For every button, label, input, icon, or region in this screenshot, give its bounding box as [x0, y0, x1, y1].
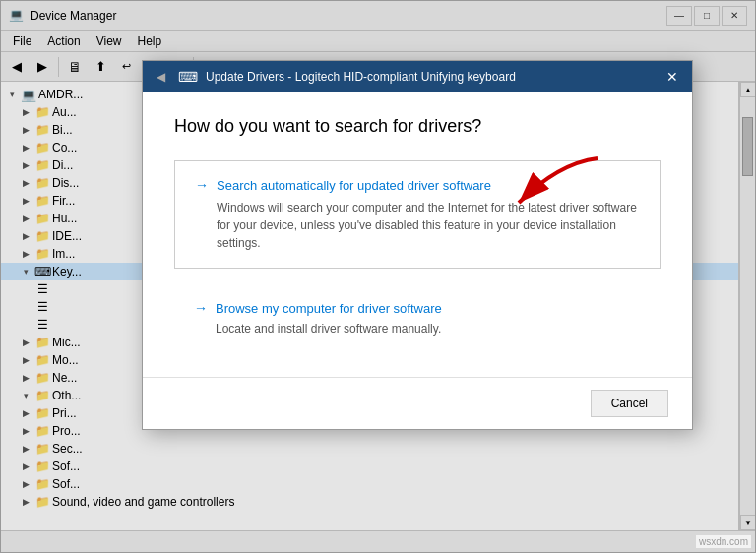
dialog-footer: Cancel [143, 377, 692, 429]
cancel-button[interactable]: Cancel [591, 390, 668, 417]
dialog-question: How do you want to search for drivers? [174, 116, 661, 137]
dialog-title-bar: ◀ ⌨ Update Drivers - Logitech HID-compli… [143, 61, 692, 92]
dialog-body: How do you want to search for drivers? →… [143, 92, 692, 377]
search-auto-label: Search automatically for updated driver … [217, 178, 491, 193]
search-auto-desc: Windows will search your computer and th… [195, 199, 640, 252]
device-manager-window: 💻 Device Manager — □ ✕ File Action View … [0, 0, 756, 553]
dialog-title-left: ◀ ⌨ Update Drivers - Logitech HID-compli… [151, 67, 516, 87]
dialog-close-button[interactable]: ✕ [661, 65, 684, 89]
dialog-back-button[interactable]: ◀ [151, 67, 170, 87]
watermark: wsxdn.com [696, 535, 751, 548]
browse-manual-option[interactable]: → Browse my computer for driver software… [174, 284, 661, 353]
dialog-title: Update Drivers - Logitech HID-compliant … [206, 70, 516, 84]
browse-manual-desc: Locate and install driver software manua… [194, 320, 641, 338]
search-auto-option[interactable]: → Search automatically for updated drive… [174, 160, 661, 269]
browse-manual-title: → Browse my computer for driver software [194, 300, 641, 316]
arrow-icon: → [195, 177, 209, 193]
search-auto-title: → Search automatically for updated drive… [195, 177, 640, 193]
update-drivers-dialog: ◀ ⌨ Update Drivers - Logitech HID-compli… [142, 60, 693, 430]
arrow-icon: → [194, 300, 208, 316]
browse-manual-label: Browse my computer for driver software [216, 301, 442, 316]
dialog-overlay: ◀ ⌨ Update Drivers - Logitech HID-compli… [1, 1, 755, 552]
dialog-keyboard-icon: ⌨ [178, 69, 198, 85]
